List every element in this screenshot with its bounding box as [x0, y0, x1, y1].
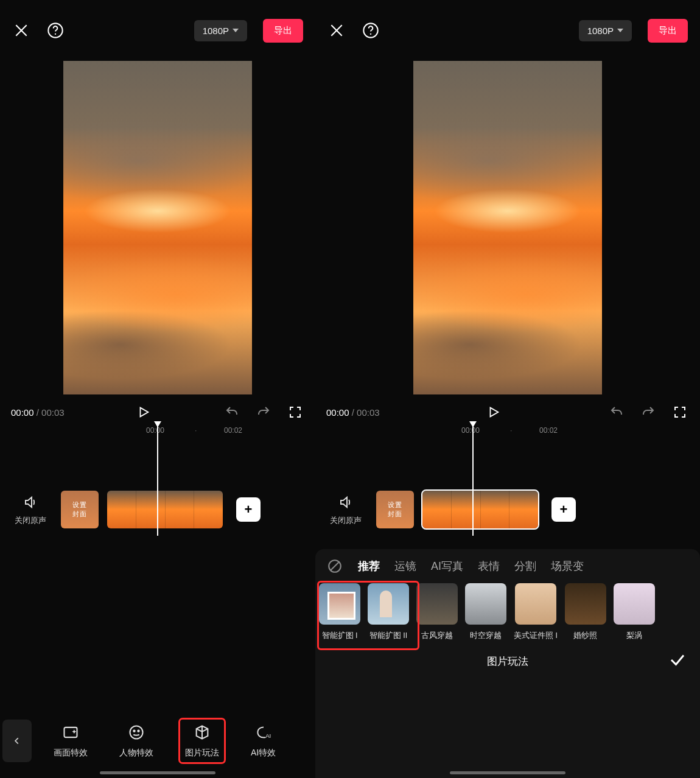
effect-item[interactable]: 梨涡 [614, 583, 655, 641]
effects-ai-icon: AI [254, 723, 273, 741]
tick-label: 00:00 [461, 426, 480, 435]
effect-thumb [319, 583, 360, 625]
category-ai-portrait[interactable]: AI写真 [431, 559, 463, 573]
effect-label: 梨涡 [626, 631, 642, 641]
timeline-clip[interactable] [107, 491, 223, 528]
mute-icon[interactable] [21, 493, 40, 511]
effect-item[interactable]: 美式证件照 I [514, 583, 558, 641]
svg-rect-2 [65, 727, 77, 737]
timeline-row: 关闭原声 设置 封面 + [315, 441, 700, 544]
help-icon[interactable] [46, 21, 65, 40]
tab-people-effects[interactable]: 人物特效 [114, 720, 158, 762]
svg-point-5 [138, 731, 139, 732]
play-icon[interactable] [135, 403, 153, 421]
video-preview[interactable] [63, 61, 252, 394]
time-total: 00:03 [41, 407, 65, 418]
redo-icon[interactable] [639, 403, 657, 421]
undo-icon[interactable] [607, 403, 626, 421]
play-icon[interactable] [485, 403, 503, 421]
timeline-clip[interactable] [422, 491, 538, 528]
cube-sparkle-icon [193, 723, 211, 741]
close-icon[interactable] [12, 21, 30, 40]
effect-thumb [565, 583, 606, 625]
time-current: 00:00 [326, 407, 349, 418]
mute-icon[interactable] [337, 493, 355, 511]
add-clip-button[interactable]: + [236, 497, 261, 522]
panel-title: 图片玩法 [487, 654, 528, 668]
undo-icon[interactable] [223, 403, 241, 421]
category-scene[interactable]: 场景变 [551, 559, 584, 573]
resolution-label: 1080P [203, 26, 229, 36]
tick-label: 00:02 [539, 426, 558, 435]
effect-thumb [614, 583, 655, 625]
effect-thumb [368, 583, 409, 625]
export-button[interactable]: 导出 [648, 19, 688, 43]
effects-items: 智能扩图 I 智能扩图 II 古风穿越 时空穿越 美式证件照 I 婚纱照 梨涡 [315, 583, 700, 641]
effect-item[interactable]: 智能扩图 I [319, 583, 360, 641]
mute-label: 关闭原声 [330, 515, 362, 526]
tab-ai-effects[interactable]: AI AI特效 [246, 720, 281, 762]
time-current: 00:00 [11, 407, 34, 418]
image-sparkle-icon [61, 723, 80, 741]
category-split[interactable]: 分割 [514, 559, 536, 573]
tab-label: 画面特效 [54, 748, 88, 759]
category-recommended[interactable]: 推荐 [358, 559, 380, 573]
screen-left: 1080P 导出 00:00 / 00:03 00:00 · 00:02 [0, 0, 315, 778]
time-display: 00:00 / 00:03 [326, 407, 380, 418]
time-display: 00:00 / 00:03 [11, 407, 65, 418]
svg-point-3 [130, 726, 143, 739]
effect-label: 时空穿越 [470, 631, 502, 641]
tab-label: 图片玩法 [185, 748, 219, 759]
cover-thumb[interactable]: 设置 封面 [376, 491, 414, 528]
effect-label: 智能扩图 II [369, 631, 407, 641]
tick-label: 00:02 [224, 426, 242, 435]
topbar: 1080P 导出 [0, 0, 315, 61]
effect-thumb [416, 583, 458, 625]
fullscreen-icon[interactable] [671, 403, 689, 421]
effect-label: 婚纱照 [573, 631, 597, 641]
resolution-select[interactable]: 1080P [579, 20, 632, 41]
no-effect-icon[interactable] [326, 558, 343, 575]
effect-item[interactable]: 古风穿越 [416, 583, 458, 641]
back-button[interactable] [2, 720, 32, 762]
effect-thumb [515, 583, 556, 625]
topbar: 1080P 导出 [315, 0, 700, 61]
tab-screen-effects[interactable]: 画面特效 [49, 720, 93, 762]
face-icon [127, 723, 145, 741]
effect-item[interactable]: 婚纱照 [565, 583, 606, 641]
export-button[interactable]: 导出 [263, 19, 303, 43]
video-preview[interactable] [413, 61, 602, 394]
effect-item[interactable]: 智能扩图 II [368, 583, 409, 641]
effect-label: 美式证件照 I [514, 631, 558, 641]
category-expression[interactable]: 表情 [478, 559, 500, 573]
effect-label: 古风穿越 [421, 631, 453, 641]
tab-image-play[interactable]: 图片玩法 [180, 720, 224, 762]
redo-icon[interactable] [254, 403, 273, 421]
home-indicator [100, 771, 215, 774]
effect-item[interactable]: 时空穿越 [465, 583, 506, 641]
resolution-select[interactable]: 1080P [194, 20, 247, 41]
effects-categories: 推荐 运镜 AI写真 表情 分割 场景变 [315, 558, 700, 583]
screen-right: 1080P 导出 00:00 / 00:03 00:00 · 00:02 [315, 0, 700, 778]
playback-bar: 00:00 / 00:03 [315, 394, 700, 426]
tick-label: 00:00 [146, 426, 164, 435]
confirm-icon[interactable] [668, 651, 687, 672]
svg-point-1 [55, 33, 56, 35]
svg-point-8 [370, 33, 371, 35]
fullscreen-icon[interactable] [286, 403, 304, 421]
panel-footer: 图片玩法 [315, 654, 700, 668]
effects-panel: 推荐 运镜 AI写真 表情 分割 场景变 智能扩图 I 智能扩图 II 古风穿越… [315, 549, 700, 778]
category-camera[interactable]: 运镜 [394, 559, 416, 573]
help-icon[interactable] [362, 21, 380, 40]
home-indicator [450, 771, 565, 774]
cover-thumb[interactable]: 设置 封面 [61, 491, 99, 528]
close-icon[interactable] [327, 21, 346, 40]
svg-text:AI: AI [265, 732, 271, 739]
add-clip-button[interactable]: + [551, 497, 576, 522]
bottom-tabs: 画面特效 人物特效 图片玩法 AI AI特效 [0, 720, 315, 762]
time-total: 00:03 [357, 407, 380, 418]
playhead[interactable] [472, 426, 474, 536]
timeline-ruler: 00:00 · 00:02 [315, 426, 700, 441]
playhead[interactable] [157, 426, 158, 536]
resolution-label: 1080P [587, 26, 614, 36]
